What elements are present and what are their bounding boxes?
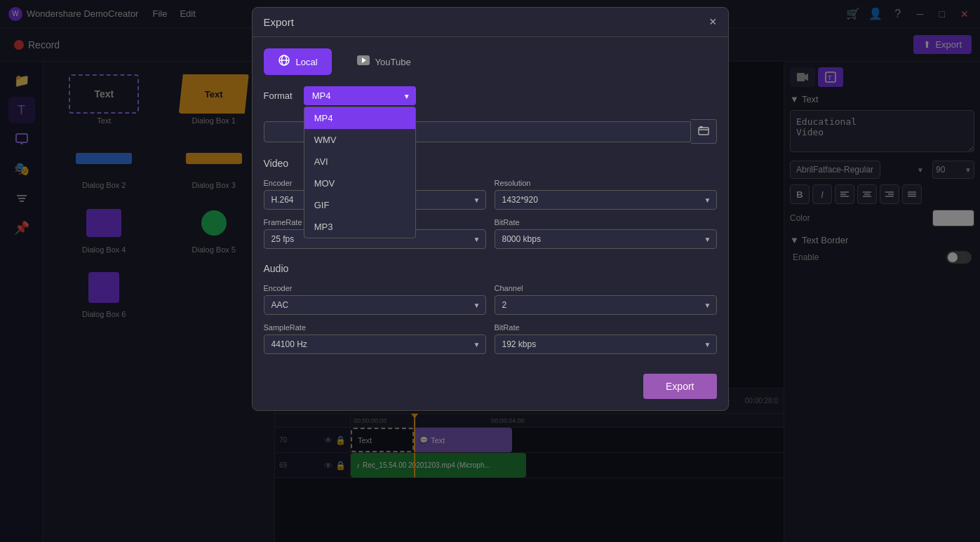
video-bitrate-select[interactable]: 8000 kbps (495, 229, 717, 249)
channel-field: Channel 2 ▼ (495, 284, 717, 315)
browse-btn[interactable] (691, 119, 717, 144)
export-modal: Export × Local YouTube (252, 7, 729, 411)
audio-bitrate-select-wrapper: 192 kbps ▼ (495, 334, 717, 354)
format-value: MP4 (312, 90, 331, 101)
audio-settings-grid: Encoder AAC ▼ Channel 2 (264, 284, 717, 354)
format-label: Format (264, 90, 293, 101)
samplerate-select[interactable]: 44100 Hz (264, 334, 486, 354)
samplerate-label: SampleRate (264, 323, 486, 332)
audio-bitrate-field: BitRate 192 kbps ▼ (495, 323, 717, 354)
format-dropdown: MP4 WMV AVI MOV GIF MP3 (304, 107, 416, 238)
audio-bitrate-label: BitRate (495, 323, 717, 332)
samplerate-select-wrapper: 44100 Hz ▼ (264, 334, 486, 354)
audio-encoder-field: Encoder AAC ▼ (264, 284, 486, 315)
local-icon (278, 54, 290, 69)
export-tabs: Local YouTube (264, 48, 717, 75)
modal-header: Export × (253, 8, 728, 37)
dropdown-mp3[interactable]: MP3 (304, 216, 415, 238)
dropdown-gif[interactable]: GIF (304, 194, 415, 216)
audio-bitrate-select[interactable]: 192 kbps (495, 334, 717, 354)
dropdown-mp4[interactable]: MP4 (304, 107, 415, 129)
format-chevron: ▼ (403, 92, 410, 100)
resolution-select-wrapper: 1432*920 ▼ (495, 190, 717, 210)
modal-body: Local YouTube Format MP4 ▼ (253, 37, 728, 410)
modal-export-btn[interactable]: Export (643, 374, 716, 399)
audio-encoder-label: Encoder (264, 284, 486, 292)
audio-encoder-select-wrapper: AAC ▼ (264, 295, 486, 315)
video-bitrate-field: BitRate 8000 kbps ▼ (495, 218, 717, 249)
audio-encoder-select[interactable]: AAC (264, 295, 486, 315)
channel-select-wrapper: 2 ▼ (495, 295, 717, 315)
svg-rect-31 (699, 128, 709, 135)
format-select-btn[interactable]: MP4 ▼ (304, 86, 416, 105)
channel-select[interactable]: 2 (495, 295, 717, 315)
dropdown-wmv[interactable]: WMV (304, 129, 415, 151)
audio-title: Audio (264, 263, 717, 274)
audio-section: Audio Encoder AAC ▼ Channel (264, 263, 717, 354)
channel-label: Channel (495, 284, 717, 292)
svg-rect-32 (699, 126, 703, 128)
tab-local-label: Local (296, 57, 318, 67)
video-bitrate-label: BitRate (495, 218, 717, 226)
tab-youtube-label: YouTube (375, 57, 411, 67)
samplerate-field: SampleRate 44100 Hz ▼ (264, 323, 486, 354)
modal-overlay: Export × Local YouTube (0, 0, 980, 542)
resolution-label: Resolution (495, 179, 717, 187)
dropdown-avi[interactable]: AVI (304, 151, 415, 172)
video-bitrate-select-wrapper: 8000 kbps ▼ (495, 229, 717, 249)
youtube-icon (357, 55, 370, 68)
dropdown-mov[interactable]: MOV (304, 172, 415, 194)
modal-footer: Export (264, 368, 717, 399)
resolution-field: Resolution 1432*920 ▼ (495, 179, 717, 210)
modal-title: Export (264, 16, 294, 28)
tab-local[interactable]: Local (264, 48, 332, 75)
format-row: Format MP4 ▼ MP4 WMV AVI MOV GIF MP3 (264, 86, 717, 105)
modal-close-btn[interactable]: × (709, 15, 717, 29)
format-select-wrapper: MP4 ▼ MP4 WMV AVI MOV GIF MP3 (304, 86, 416, 105)
tab-youtube[interactable]: YouTube (343, 48, 425, 75)
resolution-select[interactable]: 1432*920 (495, 190, 717, 210)
